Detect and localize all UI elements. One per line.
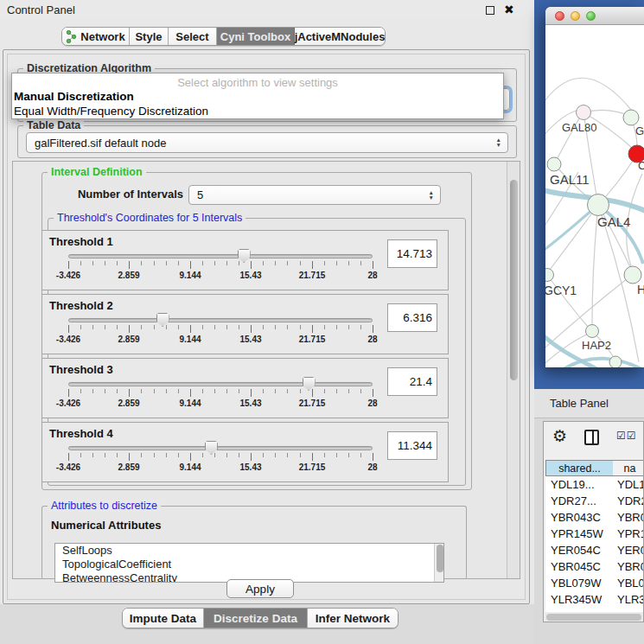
network-view-window[interactable]: GAL80 GA C GAL11 GAL4 GCY1 H HAP2 (545, 7, 644, 367)
threshold-4-slider-track[interactable] (68, 446, 373, 450)
attributes-group: Attributes to discretize Numerical Attri… (41, 506, 467, 579)
tab-discretize-data[interactable]: Discretize Data (204, 609, 308, 628)
apply-button[interactable]: Apply (226, 579, 294, 598)
table-row[interactable]: YPR145WYPR1 (545, 526, 644, 542)
column-header-shared-name[interactable]: shared... (545, 460, 614, 476)
tab-style[interactable]: Style (130, 28, 169, 45)
node-gal4[interactable] (588, 194, 609, 216)
close-traffic-light-icon[interactable] (555, 11, 564, 21)
threshold-1-value-field[interactable]: 14.713 (387, 239, 437, 268)
node-gcy1[interactable] (545, 269, 554, 282)
tab-network[interactable]: Network (62, 28, 130, 45)
network-canvas[interactable]: GAL80 GA C GAL11 GAL4 GCY1 H HAP2 (545, 25, 644, 367)
node-label-partial-h: H (637, 283, 644, 296)
horizontal-scrollbar-thumb[interactable] (546, 614, 641, 621)
table-rows: YDL19...YDL1 YDR27...YDR2 YBR043CYBR0 YP… (545, 476, 644, 612)
threshold-2-value-field[interactable]: 6.316 (387, 303, 437, 332)
minimize-traffic-light-icon[interactable] (571, 11, 580, 21)
node-gal80[interactable] (577, 105, 591, 120)
scale-labels: -3.4262.8599.14415.4321.71528 (42, 271, 448, 281)
algorithm-option-manual[interactable]: Manual Discretization (14, 90, 134, 103)
node-label-hap2: HAP2 (582, 339, 611, 352)
table-panel-title: Table Panel (550, 397, 609, 410)
node-partial-top[interactable] (623, 110, 639, 125)
list-item[interactable]: SelfLoops (55, 544, 443, 558)
combo-arrows-icon: ▲▼ (429, 186, 434, 204)
node-partial-right[interactable] (624, 266, 641, 284)
tab-impute-data[interactable]: Impute Data (123, 609, 204, 628)
column-header-name[interactable]: na (613, 460, 644, 476)
threshold-2-slider-track[interactable] (68, 318, 373, 322)
node-partial-bottom[interactable] (609, 356, 622, 367)
tab-infer-network[interactable]: Infer Network (308, 609, 398, 628)
algorithm-option-equal-width[interactable]: Equal Width/Frequency Discretization (14, 105, 208, 118)
threshold-1-slider-track[interactable] (68, 254, 373, 258)
table-data-combobox[interactable]: galFiltered.sif default node ▲▼ (26, 132, 508, 153)
threshold-1-title: Threshold 1 (49, 235, 113, 248)
threshold-4-value-field[interactable]: 11.344 (387, 431, 437, 460)
threshold-3-value-field[interactable]: 21.4 (387, 367, 437, 396)
major-ticks (68, 453, 373, 461)
bottom-tab-bar: Impute Data Discretize Data Infer Networ… (122, 608, 399, 628)
table-row[interactable]: YIL052CYIL0 (545, 608, 644, 612)
combo-arrows-icon: ▲▼ (496, 133, 501, 152)
major-ticks (68, 325, 373, 333)
threshold-3-title: Threshold 3 (49, 363, 113, 376)
list-scrollbar-thumb[interactable] (437, 545, 443, 572)
float-window-icon[interactable] (486, 6, 494, 15)
gear-icon[interactable]: ⚙ (552, 426, 567, 446)
vertical-scrollbar[interactable] (507, 162, 520, 578)
tab-network-label: Network (80, 30, 124, 43)
numerical-attributes-label: Numerical Attributes (51, 519, 161, 532)
node-label-gal4: GAL4 (597, 214, 630, 229)
table-row[interactable]: YBR045CYBR0 (545, 558, 644, 575)
tab-jactivemnodules[interactable]: jActiveMNodules (295, 28, 385, 45)
list-scrollbar[interactable] (434, 544, 443, 582)
table-row[interactable]: YDR27...YDR2 (545, 493, 644, 509)
threshold-3-slider-track[interactable] (68, 382, 373, 386)
major-ticks (68, 261, 373, 269)
network-graph: GAL80 GA C GAL11 GAL4 GCY1 H HAP2 (545, 25, 644, 367)
control-panel-titlebar: Control Panel ✖ (0, 0, 534, 19)
close-icon[interactable]: ✖ (504, 3, 514, 16)
network-window-titlebar[interactable] (545, 7, 644, 25)
table-panel-titlebar: Table Panel (534, 389, 644, 418)
table-row[interactable]: YLR345WYLR3 (545, 591, 644, 608)
scale-labels: -3.4262.8599.14415.4321.71528 (42, 462, 448, 473)
table-panel: ⚙ ☑☑ shared... na YDL19...YDL1 YDR27...Y… (543, 421, 644, 622)
node-label-gcy1: GCY1 (545, 284, 577, 297)
node-label-partial-g: GA (635, 124, 644, 137)
table-data-group-label: Table Data (23, 119, 84, 131)
node-gal11[interactable] (547, 157, 561, 171)
zoom-traffic-light-icon[interactable] (586, 11, 596, 21)
tab-style-label: Style (135, 30, 162, 43)
app-root: Control Panel ✖ Network Style Select Cyn… (0, 0, 644, 644)
table-row[interactable]: YBR043CYBR0 (545, 509, 644, 526)
node-label-gal80: GAL80 (562, 121, 596, 134)
attributes-group-label: Attributes to discretize (48, 500, 161, 512)
threshold-1-panel: Threshold 1 -3.4262.8599.14415.4321.7152… (41, 230, 449, 290)
table-row[interactable]: YER054CYER0 (545, 542, 644, 558)
horizontal-scrollbar[interactable] (545, 613, 643, 622)
scale-labels: -3.4262.8599.14415.4321.71528 (42, 399, 448, 409)
node-hap2[interactable] (586, 325, 599, 338)
tab-select-label: Select (175, 30, 208, 43)
numerical-attributes-list[interactable]: SelfLoops TopologicalCoefficient Between… (54, 543, 444, 583)
scale-labels: -3.4262.8599.14415.4321.71528 (42, 335, 448, 345)
threshold-coords-label: Threshold's Coordinates for 5 Intervals (54, 212, 245, 224)
threshold-2-title: Threshold 2 (49, 299, 113, 312)
panel-title: Control Panel (7, 3, 75, 16)
list-item[interactable]: TopologicalCoefficient (55, 558, 443, 571)
threshold-3-panel: Threshold 3 -3.4262.8599.14415.4321.7152… (41, 358, 449, 418)
tab-jactivemnodules-label: jActiveMNodules (295, 30, 386, 43)
scrollbar-thumb[interactable] (510, 180, 518, 380)
num-intervals-combobox[interactable]: 5 ▲▼ (188, 185, 441, 205)
node-label-partial-c: C (638, 159, 644, 172)
columns-icon[interactable] (584, 430, 599, 445)
tab-cyni-toolbox[interactable]: Cyni Toolbox (217, 28, 295, 45)
table-row[interactable]: YDL19...YDL1 (545, 476, 644, 493)
table-row[interactable]: YBL079WYBL0 (545, 575, 644, 591)
tab-select[interactable]: Select (169, 28, 217, 45)
select-columns-checkboxes-icon[interactable]: ☑☑ (616, 430, 637, 442)
interval-definition-label: Interval Definition (48, 166, 146, 178)
